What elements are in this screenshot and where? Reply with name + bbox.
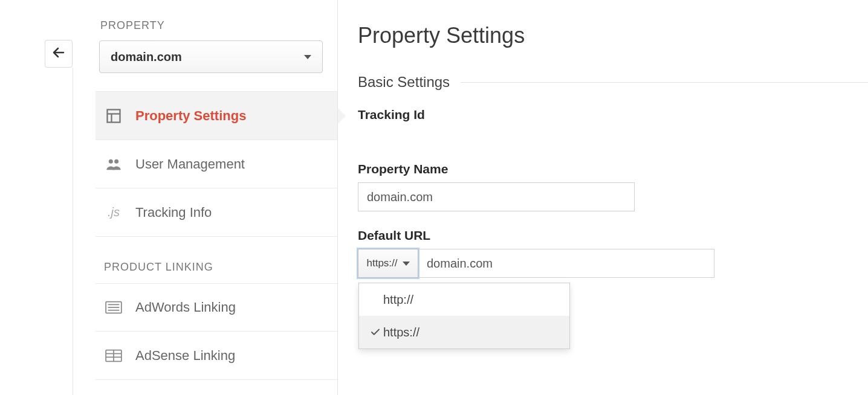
- users-icon: [104, 155, 123, 174]
- property-selector[interactable]: domain.com: [99, 40, 323, 73]
- divider-line: [461, 82, 868, 83]
- sidebar-item-label: AdWords Linking: [135, 300, 236, 315]
- property-name-input[interactable]: [358, 182, 635, 211]
- tracking-id-label: Tracking Id: [358, 108, 868, 122]
- sidebar-item-adwords-linking[interactable]: AdWords Linking: [96, 283, 337, 332]
- back-button[interactable]: [45, 40, 73, 68]
- vertical-rule: [73, 68, 73, 395]
- scheme-selected-label: https://: [366, 257, 397, 269]
- sidebar-item-label: Tracking Info: [135, 205, 212, 220]
- basic-settings-heading: Basic Settings: [358, 74, 450, 91]
- content-divider: [337, 0, 338, 395]
- scheme-option-label: https://: [383, 326, 419, 339]
- svg-rect-1: [108, 109, 120, 122]
- layout-icon: [104, 346, 123, 365]
- chevron-down-icon: [304, 55, 311, 59]
- default-url-input[interactable]: [418, 249, 714, 278]
- svg-point-4: [109, 159, 113, 163]
- sidebar-item-adsense-linking[interactable]: AdSense Linking: [96, 332, 337, 380]
- panel-icon: [104, 106, 123, 126]
- back-arrow-icon: [51, 45, 66, 62]
- svg-point-5: [114, 159, 118, 163]
- js-icon: .js: [104, 203, 123, 222]
- sidebar-item-user-management[interactable]: User Management: [96, 140, 337, 188]
- scheme-option-https[interactable]: https://: [359, 316, 569, 348]
- sidebar-section-label: PROPERTY: [100, 19, 337, 32]
- scheme-select[interactable]: https:// http:// https://: [358, 249, 418, 278]
- property-name-label: Property Name: [358, 162, 868, 176]
- sidebar-item-property-settings[interactable]: Property Settings: [96, 92, 337, 140]
- chevron-down-icon: [403, 262, 410, 266]
- default-url-label: Default URL: [358, 228, 868, 243]
- scheme-dropdown: http:// https://: [358, 283, 570, 349]
- property-selector-value: domain.com: [111, 50, 182, 64]
- sidebar-item-tracking-info[interactable]: .js Tracking Info: [96, 188, 337, 237]
- keyboard-icon: [104, 298, 123, 317]
- sidebar-item-label: Property Settings: [135, 108, 246, 124]
- page-title: Property Settings: [358, 23, 868, 48]
- sidebar-item-label: User Management: [135, 156, 245, 172]
- check-icon: [368, 327, 383, 338]
- scheme-option-http[interactable]: http://: [359, 283, 569, 316]
- sidebar-item-label: AdSense Linking: [135, 348, 235, 364]
- sidebar-subsection-label: PRODUCT LINKING: [104, 261, 337, 274]
- scheme-option-label: http://: [383, 293, 413, 307]
